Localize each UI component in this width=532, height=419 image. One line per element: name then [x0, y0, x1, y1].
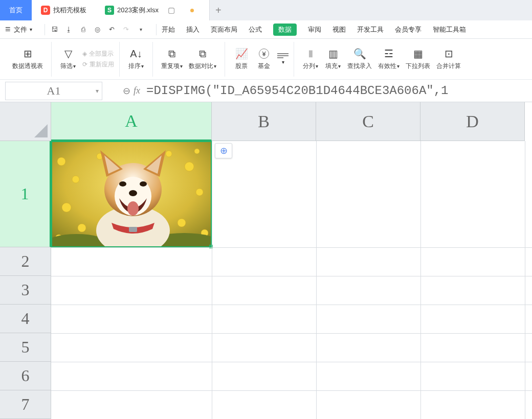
row-header-5[interactable]: 5 [0, 333, 51, 362]
row-header-6[interactable]: 6 [0, 362, 51, 390]
split-column-button[interactable]: ⫴ 分列▾ [299, 48, 322, 71]
select-all-corner[interactable] [0, 102, 51, 141]
column-header-B[interactable]: B [212, 102, 316, 141]
datatype-more[interactable]: ▾ [277, 53, 289, 65]
ribbon-tab-1[interactable]: 插入 [186, 20, 199, 38]
dropdown-icon: ▦ [413, 48, 423, 60]
docer-icon: D [41, 6, 50, 15]
gridline [420, 141, 421, 419]
formula-bar: A1 ▾ ⊖ fx =DISPIMG("ID_A65954C20B1D4644B… [0, 80, 532, 102]
split-icon: ⫴ [308, 48, 313, 60]
menu-bar: ≡ 文件 ▾ 🖫 ⭳ ⎙ ◎ ↶ ↷ ▾ 开始插入页面布局公式数据审阅视图开发工… [0, 20, 532, 39]
stock-icon: 📈 [235, 48, 248, 60]
column-header-D[interactable]: D [420, 102, 525, 141]
ribbon-tab-3[interactable]: 公式 [249, 20, 262, 38]
fund-button[interactable]: ¥ 基金 [253, 48, 275, 71]
svg-marker-0 [34, 124, 48, 137]
file-menu[interactable]: 文件 ▾ [14, 25, 32, 34]
column-headers: ABCD [51, 102, 532, 141]
spreadsheet-grid: ABCD 1234567 [0, 102, 532, 419]
title-tabstrip: 首页 D 找稻壳模板 S 2023案例.xlsx ▢ + [0, 0, 532, 20]
tab-template-label: 找稻壳模板 [53, 6, 86, 15]
find-entry-button[interactable]: 🔍 查找录入 [344, 48, 375, 71]
gridline [525, 141, 525, 419]
dropdown-list-button[interactable]: ▦ 下拉列表 [403, 48, 433, 71]
column-header-C[interactable]: C [316, 102, 420, 141]
gridline [51, 247, 532, 248]
display-mode-icon[interactable]: ▢ [168, 6, 175, 15]
hamburger-icon[interactable]: ≡ [5, 24, 11, 35]
gridline [51, 333, 532, 334]
name-box[interactable]: A1 ▾ [5, 82, 102, 100]
print-icon[interactable]: ⎙ [79, 25, 88, 34]
tab-template[interactable]: D 找稻壳模板 [32, 0, 96, 20]
ribbon-tab-0[interactable]: 开始 [162, 20, 175, 38]
fx-icon[interactable]: fx [134, 85, 140, 96]
data-compare-button[interactable]: ⧉ 数据对比▾ [186, 48, 219, 71]
row-header-2[interactable]: 2 [0, 247, 51, 276]
list-icon [277, 53, 289, 58]
select-all-icon [34, 124, 48, 137]
row-headers: 1234567 [0, 141, 51, 419]
save-icon[interactable]: 🖫 [50, 25, 59, 34]
merge-calc-button[interactable]: ⊡ 合并计算 [433, 48, 464, 71]
image-zoom-button[interactable]: ⊕ [215, 143, 232, 158]
divider [45, 24, 45, 35]
merge-icon: ⊡ [445, 48, 453, 60]
stock-button[interactable]: 📈 股票 [230, 48, 253, 71]
tab-home[interactable]: 首页 [0, 0, 32, 20]
preview-icon[interactable]: ◎ [93, 25, 102, 34]
funnel-icon: ▽ [64, 48, 72, 60]
tab-home-label: 首页 [9, 6, 23, 15]
gridline [51, 276, 532, 276]
undo-icon[interactable]: ↶ [107, 25, 117, 34]
redo-icon[interactable]: ↷ [122, 25, 131, 34]
zoom-in-icon: ⊕ [220, 145, 228, 156]
ribbon-tabs: 开始插入页面布局公式数据审阅视图开发工具会员专享智能工具箱 [162, 20, 466, 38]
chevron-down-icon: ▾ [282, 59, 284, 65]
ribbon-tab-7[interactable]: 开发工具 [357, 20, 384, 38]
validity-button[interactable]: ☲ 有效性▾ [375, 48, 403, 71]
sort-icon: A↓ [130, 48, 142, 60]
column-header-A[interactable]: A [51, 102, 212, 141]
gridline [212, 141, 212, 419]
spreadsheet-icon: S [105, 6, 114, 15]
ribbon-tab-6[interactable]: 视图 [332, 20, 346, 38]
compare-icon: ⧉ [199, 48, 206, 60]
row-header-4[interactable]: 4 [0, 305, 51, 333]
dedup-button[interactable]: ⧉ 重复项▾ [158, 48, 186, 71]
qat-more-icon[interactable]: ▾ [137, 25, 146, 34]
ribbon-tab-4[interactable]: 数据 [273, 24, 297, 36]
row-header-3[interactable]: 3 [0, 276, 51, 305]
pivot-table-button[interactable]: ⊞ 数据透视表 [9, 48, 46, 71]
dedup-icon: ⧉ [168, 48, 175, 60]
export-icon[interactable]: ⭳ [64, 25, 74, 34]
sort-button[interactable]: A↓ 排序▾ [125, 48, 147, 71]
unsaved-dot-icon [190, 9, 194, 12]
tab-file-status: ▢ [162, 6, 200, 15]
find-icon: 🔍 [353, 48, 366, 60]
reapply-button[interactable]: ⟳重新应用 [82, 60, 114, 69]
chevron-down-icon[interactable]: ▾ [96, 87, 99, 95]
ribbon-tab-2[interactable]: 页面布局 [211, 20, 237, 38]
validity-icon: ☲ [384, 48, 393, 60]
fill-button[interactable]: ▥ 填充▾ [322, 48, 344, 71]
gridline [51, 362, 532, 362]
active-cell-border [51, 141, 212, 247]
fill-icon: ▥ [328, 48, 338, 60]
show-all-button[interactable]: ◈全部显示 [82, 50, 114, 58]
cells-area[interactable]: ⊕ [51, 141, 532, 419]
ribbon-tab-5[interactable]: 审阅 [308, 20, 321, 38]
ribbon-tab-9[interactable]: 智能工具箱 [433, 20, 466, 38]
zoom-out-icon[interactable]: ⊖ [123, 85, 130, 97]
show-all-icon: ◈ [82, 50, 87, 57]
ribbon-tab-8[interactable]: 会员专享 [395, 20, 422, 38]
tab-current-file[interactable]: S 2023案例.xlsx ▢ [96, 0, 210, 20]
reapply-icon: ⟳ [82, 61, 87, 68]
filter-button[interactable]: ▽ 筛选▾ [57, 48, 79, 71]
formula-input[interactable]: =DISPIMG("ID_A65954C20B1D4644BCE3A606A",… [140, 84, 532, 98]
divider [156, 24, 157, 35]
row-header-1[interactable]: 1 [0, 141, 51, 247]
new-tab-button[interactable]: + [210, 0, 227, 20]
row-header-7[interactable]: 7 [0, 390, 51, 419]
